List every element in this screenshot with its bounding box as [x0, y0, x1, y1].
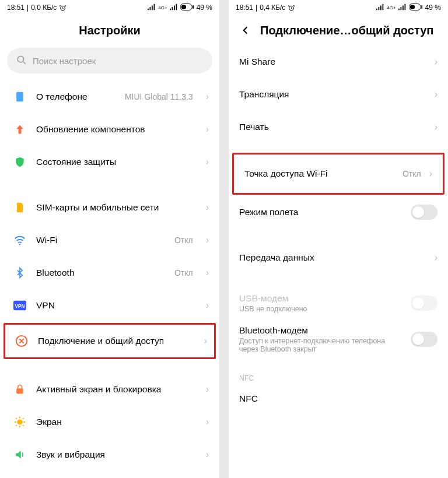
bt-modem-row[interactable]: Bluetooth-модем Доступ к интернет-подклю…	[229, 319, 448, 359]
about-phone-value: MIUI Global 11.3.3	[125, 92, 193, 101]
status-bar: 18:51 | 0,4 КБ/с 4G+ 49 %	[229, 0, 448, 15]
nfc-label: NFC	[239, 393, 438, 404]
connection-screen: 18:51 | 0,4 КБ/с 4G+ 49 % Подключение…об…	[229, 0, 448, 478]
bt-modem-sub: Доступ к интернет-подключению телефона ч…	[239, 337, 405, 353]
wifi-label: Wi-Fi	[36, 235, 165, 245]
search-placeholder: Поиск настроек	[33, 56, 96, 66]
chevron-right-icon: ›	[204, 336, 207, 346]
sim-row[interactable]: SIM-карты и мобильные сети ›	[0, 191, 219, 224]
print-row[interactable]: Печать ›	[229, 111, 448, 143]
sound-row[interactable]: Звук и вибрация ›	[0, 438, 219, 471]
lock-row[interactable]: Активный экран и блокировка ›	[0, 373, 219, 406]
title-bar: Подключение…общий доступ	[229, 15, 448, 45]
about-phone-row[interactable]: О телефоне MIUI Global 11.3.3 ›	[0, 80, 219, 113]
vpn-label: VPN	[36, 300, 193, 311]
usb-modem-sub: USB не подключено	[239, 305, 405, 313]
sim-icon	[13, 201, 27, 215]
cast-label: Трансляция	[239, 89, 426, 100]
signal-icon-2	[170, 3, 178, 12]
airplane-row[interactable]: Режим полета	[229, 196, 448, 229]
lock-label: Активный экран и блокировка	[36, 384, 193, 395]
lock-icon	[13, 382, 27, 396]
display-row[interactable]: Экран ›	[0, 406, 219, 438]
update-icon	[13, 122, 27, 136]
page-title: Настройки	[79, 24, 141, 37]
shield-icon	[13, 155, 27, 169]
highlight-hotspot: Точка доступа Wi-Fi Откл ›	[232, 153, 444, 195]
page-title: Подключение…общий доступ	[260, 24, 433, 37]
chevron-right-icon: ›	[206, 202, 209, 213]
chevron-right-icon: ›	[206, 268, 209, 278]
update-row[interactable]: Обновление компонентов ›	[0, 113, 219, 146]
bluetooth-row[interactable]: Bluetooth Откл ›	[0, 256, 219, 289]
svg-rect-2	[181, 5, 186, 9]
svg-point-4	[18, 56, 24, 62]
chevron-right-icon: ›	[429, 168, 432, 179]
svg-point-10	[17, 419, 22, 424]
battery-percent: 49 %	[197, 3, 212, 12]
about-phone-label: О телефоне	[36, 92, 116, 102]
wifi-row[interactable]: Wi-Fi Откл ›	[0, 224, 219, 256]
display-label: Экран	[36, 417, 193, 427]
phone-icon	[13, 90, 27, 104]
network-icon: 4G+	[158, 5, 167, 10]
bluetooth-value: Откл	[174, 268, 193, 277]
alarm-icon	[59, 4, 66, 12]
usb-modem-label: USB-модем	[239, 293, 405, 304]
battery-icon	[180, 3, 194, 12]
bluetooth-icon	[13, 266, 27, 280]
connection-row[interactable]: Подключение и общий доступ ›	[5, 325, 214, 357]
highlight-connection: Подключение и общий доступ ›	[4, 323, 216, 359]
battery-icon	[409, 3, 423, 12]
chevron-right-icon: ›	[206, 449, 209, 460]
wifi-icon	[13, 233, 27, 247]
print-label: Печать	[239, 122, 426, 132]
svg-rect-3	[192, 5, 194, 9]
cast-row[interactable]: Трансляция ›	[229, 78, 448, 111]
speaker-icon	[13, 448, 27, 462]
search-input[interactable]: Поиск настроек	[7, 48, 212, 73]
sim-label: SIM-карты и мобильные сети	[36, 202, 193, 213]
nfc-row[interactable]: NFC	[229, 382, 448, 415]
connection-label: Подключение и общий доступ	[38, 336, 191, 346]
svg-rect-5	[16, 92, 23, 102]
status-speed: 0,4 КБ/с	[260, 3, 285, 12]
nfc-section-header: NFC	[229, 372, 448, 382]
mishare-label: Mi Share	[239, 57, 426, 67]
connection-list: Mi Share › Трансляция › Печать › Точка д…	[229, 45, 448, 415]
vpn-icon: VPN	[13, 298, 27, 312]
bt-modem-switch[interactable]	[411, 332, 438, 347]
data-row[interactable]: Передача данных ›	[229, 241, 448, 274]
status-speed: 0,0 КБ/с	[31, 3, 57, 12]
bluetooth-label: Bluetooth	[36, 268, 165, 278]
data-label: Передача данных	[239, 252, 426, 263]
hotspot-row[interactable]: Точка доступа Wi-Fi Откл ›	[234, 154, 443, 193]
svg-rect-9	[16, 388, 23, 393]
status-time: 18:51	[7, 3, 24, 12]
vpn-row[interactable]: VPN VPN ›	[0, 289, 219, 322]
svg-rect-13	[410, 5, 414, 9]
back-button[interactable]	[239, 24, 252, 37]
svg-point-6	[19, 244, 20, 245]
hotspot-value: Откл	[402, 169, 421, 178]
chevron-right-icon: ›	[206, 300, 209, 311]
title-bar: Настройки	[0, 15, 219, 45]
airplane-switch[interactable]	[411, 205, 438, 220]
security-label: Состояние защиты	[36, 157, 193, 167]
mishare-row[interactable]: Mi Share ›	[229, 45, 448, 78]
wifi-value: Откл	[174, 236, 193, 245]
search-icon	[16, 55, 27, 67]
security-row[interactable]: Состояние защиты ›	[0, 146, 219, 178]
settings-list: О телефоне MIUI Global 11.3.3 › Обновлен…	[0, 80, 219, 471]
sun-icon	[13, 415, 27, 429]
signal-icon	[148, 3, 156, 12]
svg-text:VPN: VPN	[15, 304, 25, 309]
battery-percent: 49 %	[425, 3, 441, 12]
svg-rect-14	[421, 5, 422, 9]
usb-modem-switch	[411, 296, 438, 311]
chevron-right-icon: ›	[435, 89, 438, 100]
chevron-right-icon: ›	[206, 124, 209, 135]
chevron-right-icon: ›	[435, 122, 438, 132]
network-icon: 4G+	[387, 5, 396, 10]
hotspot-label: Точка доступа Wi-Fi	[244, 168, 397, 179]
